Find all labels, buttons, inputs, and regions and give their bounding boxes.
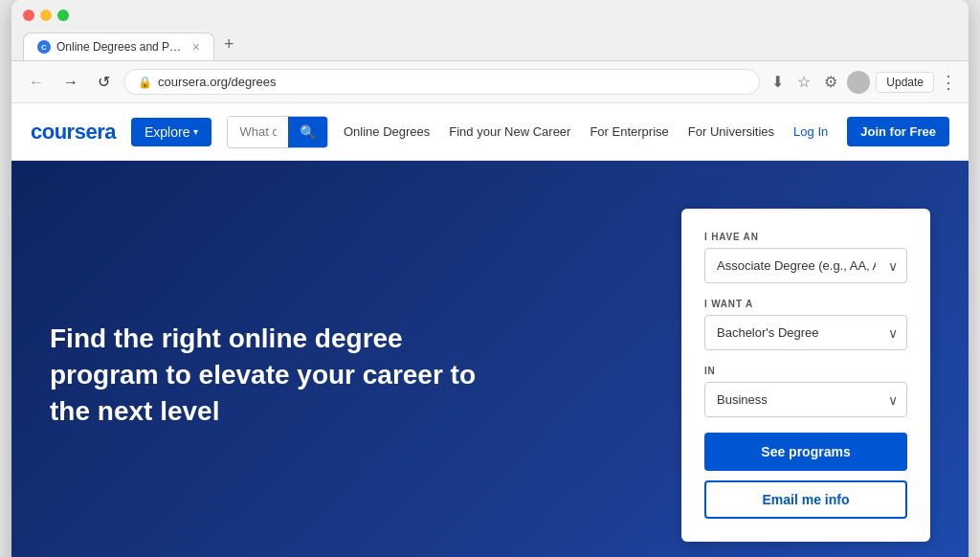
in-select-wrapper: Business Computer Science Data Science H…	[704, 382, 907, 417]
want-label: I WANT A	[704, 299, 907, 309]
download-icon[interactable]: ⬇	[768, 71, 788, 93]
new-tab-button[interactable]: +	[214, 29, 244, 60]
degree-finder-widget: I HAVE AN Associate Degree (e.g., AA, AS…	[681, 209, 930, 542]
coursera-logo[interactable]: coursera	[31, 120, 116, 145]
url-text: coursera.org/degrees	[158, 75, 277, 89]
want-select-wrapper: Bachelor's Degree Master's Degree Doctor…	[704, 315, 907, 350]
search-button[interactable]: 🔍	[288, 117, 327, 147]
search-bar: 🔍	[227, 116, 328, 148]
tab-title: Online Degrees and Postgrad...	[56, 40, 187, 54]
hero-headline: Find the right online degree program to …	[50, 321, 509, 429]
nav-new-career[interactable]: Find your New Career	[449, 124, 570, 139]
explore-chevron-icon: ▾	[193, 126, 198, 137]
window-controls	[23, 10, 957, 21]
update-button[interactable]: Update	[876, 72, 934, 93]
minimize-window-dot[interactable]	[40, 10, 52, 21]
want-select[interactable]: Bachelor's Degree Master's Degree Doctor…	[704, 315, 907, 350]
extensions-icon[interactable]: ⚙	[820, 71, 841, 93]
nav-online-degrees[interactable]: Online Degrees	[344, 124, 430, 139]
see-programs-button[interactable]: See programs	[704, 433, 907, 471]
login-link[interactable]: Log In	[793, 124, 828, 139]
tab-close-icon[interactable]: ×	[192, 39, 200, 55]
back-button[interactable]: ←	[23, 72, 50, 93]
browser-titlebar: C Online Degrees and Postgrad... × +	[11, 0, 969, 61]
explore-label: Explore	[145, 124, 189, 140]
nav-enterprise[interactable]: For Enterprise	[590, 124, 668, 139]
active-tab[interactable]: C Online Degrees and Postgrad... ×	[23, 33, 214, 60]
tab-favicon: C	[37, 40, 51, 54]
email-info-button[interactable]: Email me info	[704, 480, 907, 519]
have-select[interactable]: Associate Degree (e.g., AA, AS) High Sch…	[704, 248, 907, 283]
in-select[interactable]: Business Computer Science Data Science H…	[704, 382, 907, 417]
site-header: coursera Explore ▾ 🔍 Online Degrees Find…	[11, 103, 969, 161]
address-bar[interactable]: 🔒 coursera.org/degrees	[123, 69, 760, 95]
explore-button[interactable]: Explore ▾	[131, 118, 212, 146]
lock-icon: 🔒	[138, 76, 152, 89]
in-label: IN	[704, 366, 907, 376]
search-icon: 🔍	[300, 124, 316, 140]
browser-toolbar: ← → ↺ 🔒 coursera.org/degrees ⬇ ☆ ⚙ Updat…	[11, 61, 969, 103]
profile-avatar[interactable]	[847, 71, 870, 94]
browser-menu-icon[interactable]: ⋮	[940, 72, 957, 93]
join-free-button[interactable]: Join for Free	[847, 117, 949, 146]
hero-text: Find the right online degree program to …	[50, 321, 509, 429]
toolbar-actions: ⬇ ☆ ⚙ Update ⋮	[768, 71, 957, 94]
hero-section: Find the right online degree program to …	[11, 161, 969, 557]
have-label: I HAVE AN	[704, 232, 907, 242]
tab-bar: C Online Degrees and Postgrad... × +	[23, 29, 957, 60]
refresh-button[interactable]: ↺	[92, 71, 116, 93]
browser-window: C Online Degrees and Postgrad... × + ← →…	[11, 0, 969, 557]
forward-button[interactable]: →	[57, 72, 84, 93]
have-select-wrapper: Associate Degree (e.g., AA, AS) High Sch…	[704, 248, 907, 283]
search-input[interactable]	[228, 117, 288, 146]
bookmark-icon[interactable]: ☆	[793, 71, 814, 93]
close-window-dot[interactable]	[23, 10, 34, 21]
site-nav: Online Degrees Find your New Career For …	[344, 117, 949, 146]
nav-universities[interactable]: For Universities	[688, 124, 774, 139]
maximize-window-dot[interactable]	[57, 10, 69, 21]
